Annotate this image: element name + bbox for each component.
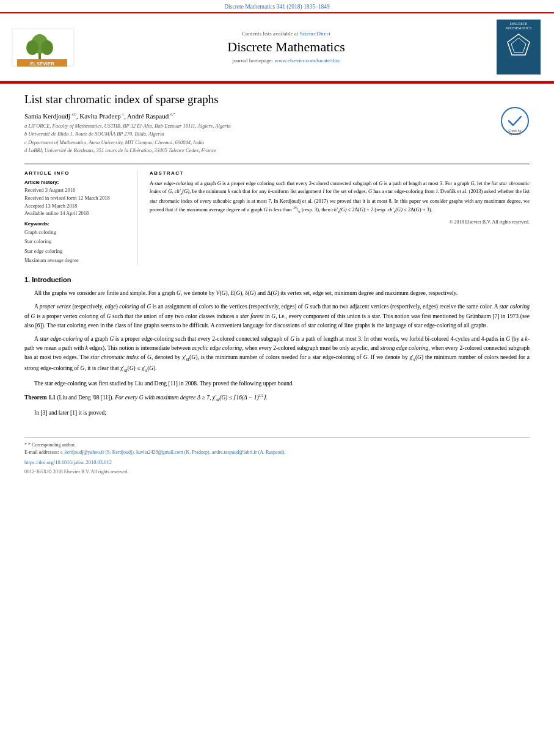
journal-title: Discrete Mathematics [227,39,344,55]
intro-para2: A proper vertex (respectively, edge) col… [24,302,530,330]
body-content: 1. Introduction All the graphs we consid… [24,275,530,418]
keywords-list: Graph coloring Star coloring Star edge c… [24,228,131,265]
article-info-label: Article info [24,170,131,176]
svg-text:ELSEVIER: ELSEVIER [30,61,54,67]
authors-line: Samia Kerdjoudj a,b, Kavita Pradeep c, A… [24,112,530,120]
intro-para5: In [3] and later [1] it is proved; [24,409,530,418]
svg-marker-7 [508,34,530,55]
revised-date: Received in revised form 12 March 2018 [24,194,131,202]
svg-point-4 [41,40,53,55]
doi-text: https://doi.org/10.1016/j.disc.2018.03.0… [24,459,112,465]
theorem-1-1: Theorem 1.1 (Liu and Deng '08 [11]). For… [24,393,530,404]
publisher-logo-area: ELSEVIER [11,20,78,75]
journal-reference-text: Discrete Mathematics 341 (2018) 1835–184… [224,4,330,10]
footer-divider [24,437,530,438]
journal-header: ELSEVIER Contents lists available at Sci… [0,12,554,81]
abstract-label: Abstract [150,170,530,176]
sciencedirect-link[interactable]: ScienceDirect [300,31,330,37]
homepage-url[interactable]: www.elsevier.com/locate/disc [275,57,340,64]
affiliation-c: c Department of Mathematics, Anna Univer… [24,139,530,147]
intro-heading: 1. Introduction [24,275,530,285]
affiliation-a: a LIFORCE, Faculty of Mathematics, USTHB… [24,122,530,131]
accepted-date: Accepted 13 March 2018 [24,202,131,210]
intro-para4: The star edge-coloring was first studied… [24,379,530,388]
corresponding-author-note: * * Corresponding author. [24,442,530,449]
svg-marker-8 [511,38,526,53]
article-title: List star chromatic index of sparse grap… [24,92,530,107]
main-content: List star chromatic index of sparse grap… [0,84,554,429]
journal-cover-area: DISCRETEMATHEMATICS [494,20,543,75]
journal-reference-bar: Discrete Mathematics 341 (2018) 1835–184… [0,0,554,12]
affiliations: a LIFORCE, Faculty of Mathematics, USTHB… [24,122,530,155]
keywords-label: Keywords: [24,221,131,227]
email-list: s_kerdjoudj@yahoo.fr (S. Kerdjoudj), kav… [60,449,286,455]
intro-para3: A star edge-coloring of a graph G is a p… [24,335,530,375]
footnotes: * * Corresponding author. E-mail address… [0,442,554,457]
received-date: Received 3 August 2016 [24,186,131,194]
elsevier-logo: ELSEVIER [11,27,75,67]
journal-homepage: journal homepage: www.elsevier.com/locat… [232,57,340,64]
keyword-2: Star coloring [24,237,131,246]
intro-para1: All the graphs we consider are finite an… [24,289,530,298]
cover-graphic [506,33,531,57]
theorem-text: For every G with maximum degree Δ ≥ 7, χ… [115,394,267,401]
sciencedirect-available: Contents lists available at ScienceDirec… [242,31,330,37]
theorem-source: (Liu and Deng '08 [11]). [57,394,113,401]
keyword-3: Star edge coloring [24,247,131,256]
affiliation-d: d LaBRI, Université de Bordeaux, 351 cou… [24,147,530,155]
abstract-copyright: © 2018 Elsevier B.V. All rights reserved… [150,219,530,225]
keyword-4: Maximum average degree [24,256,131,265]
authors-text: Samia Kerdjoudj a,b, Kavita Pradeep c, A… [24,112,175,120]
journal-title-area: Contents lists available at ScienceDirec… [84,20,488,75]
page: Discrete Mathematics 341 (2018) 1835–184… [0,0,554,756]
svg-text:updates: updates [509,132,520,136]
cover-journal-name: DISCRETEMATHEMATICS [506,22,532,31]
abstract-column: Abstract A star edge-coloring of a graph… [150,170,530,265]
check-updates-icon: Check for updates [500,106,530,136]
svg-point-3 [26,40,38,55]
history-label: Article history: [24,180,131,185]
keyword-1: Graph coloring [24,228,131,237]
doi-line[interactable]: https://doi.org/10.1016/j.disc.2018.03.0… [0,457,554,468]
check-updates-badge: Check for updates [500,106,530,137]
journal-cover-thumbnail: DISCRETEMATHEMATICS [497,20,541,75]
copyright-footer: 0012-365X/© 2018 Elsevier B.V. All right… [0,468,554,479]
email-addresses: E-mail addresses: s_kerdjoudj@yahoo.fr (… [24,449,530,457]
available-date: Available online 14 April 2018 [24,209,131,217]
article-info-column: Article info Article history: Received 3… [24,170,137,265]
affiliation-b: b Université de Blida 1, Route de SOUMÂA… [24,130,530,139]
article-info-abstract: Article info Article history: Received 3… [24,164,530,265]
abstract-text: A star edge-coloring of a graph G is a p… [150,180,530,215]
theorem-label: Theorem 1.1 [24,394,56,401]
